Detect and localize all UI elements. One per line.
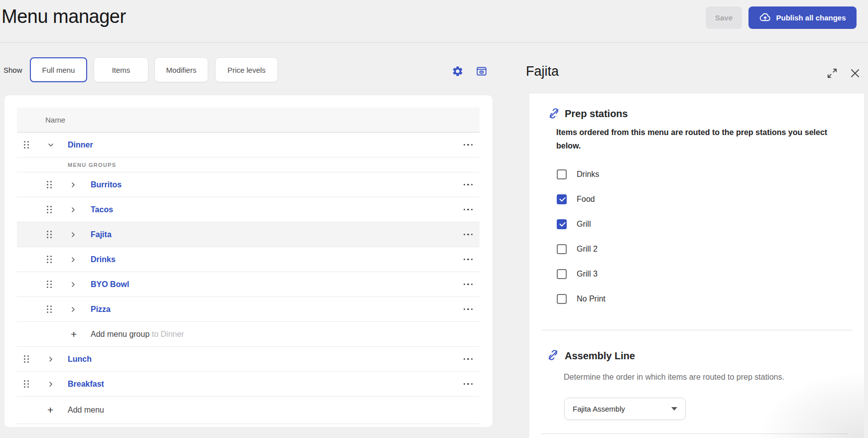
group-name-link[interactable]: Tacos: [91, 205, 113, 214]
cloud-upload-icon: [759, 11, 771, 24]
expand-panel-icon[interactable]: [826, 67, 839, 80]
prep-stations-heading: Prep stations: [565, 108, 628, 120]
row-overflow-menu-icon[interactable]: [462, 353, 474, 365]
unlink-icon: [547, 349, 559, 361]
menu-row-breakfast[interactable]: Breakfast: [17, 372, 480, 397]
show-filter-label: Show: [3, 57, 22, 82]
add-menu-group-row[interactable]: + Add menu group to Dinner: [17, 322, 480, 347]
chevron-right-icon[interactable]: [47, 380, 55, 388]
drag-handle-icon[interactable]: [47, 256, 52, 263]
prep-station-option-grill-2[interactable]: Grill 2: [557, 237, 598, 262]
prep-station-option-drinks[interactable]: Drinks: [557, 162, 599, 187]
checkbox-unchecked[interactable]: [557, 169, 567, 179]
filter-items[interactable]: Items: [94, 57, 148, 82]
menu-row-lunch[interactable]: Lunch: [17, 347, 480, 372]
menu-groups-section-row: MENU GROUPS: [17, 157, 480, 172]
prep-station-option-no-print[interactable]: No Print: [557, 287, 606, 311]
drag-handle-icon[interactable]: [47, 305, 52, 313]
settings-gear-icon[interactable]: [452, 65, 464, 77]
drag-handle-icon[interactable]: [47, 206, 52, 213]
page-title: Menu manager: [1, 6, 126, 27]
group-row-drinks[interactable]: Drinks: [17, 247, 480, 272]
close-panel-icon[interactable]: [849, 67, 862, 80]
corner-shade: [759, 373, 864, 438]
checkbox-checked[interactable]: [557, 219, 567, 229]
publish-all-changes-button[interactable]: Publish all changes: [748, 6, 857, 29]
checkbox-unchecked[interactable]: [557, 244, 567, 254]
menu-name-link[interactable]: Lunch: [68, 355, 92, 364]
prep-stations-description: Items ordered from this menu are routed …: [556, 126, 848, 152]
drag-handle-icon[interactable]: [47, 231, 52, 238]
chevron-right-icon[interactable]: [69, 256, 77, 264]
checkbox-unchecked[interactable]: [557, 294, 567, 304]
assembly-line-dropdown[interactable]: Fajita Assembly: [564, 398, 686, 420]
row-overflow-menu-icon[interactable]: [462, 254, 474, 266]
detail-panel: Prep stations Items ordered from this me…: [529, 94, 864, 438]
caret-down-icon: [671, 407, 677, 411]
add-menu-group-suffix: to Dinner: [152, 330, 184, 338]
chevron-right-icon[interactable]: [69, 231, 77, 239]
drag-handle-icon[interactable]: [24, 355, 29, 363]
group-row-byo-bowl[interactable]: BYO Bowl: [17, 272, 480, 297]
menu-name-link[interactable]: Breakfast: [68, 380, 104, 389]
row-overflow-menu-icon[interactable]: [462, 229, 474, 241]
drag-handle-icon[interactable]: [47, 281, 52, 288]
group-name-link[interactable]: Drinks: [91, 255, 116, 264]
prep-station-option-grill[interactable]: Grill: [557, 212, 591, 237]
section-divider: [541, 434, 848, 434]
row-overflow-menu-icon[interactable]: [462, 378, 474, 390]
group-name-link[interactable]: Fajita: [91, 230, 112, 239]
row-overflow-menu-icon[interactable]: [462, 279, 474, 291]
dropdown-selected-value: Fajita Assembly: [573, 405, 625, 413]
chevron-right-icon[interactable]: [69, 206, 77, 214]
add-menu-button[interactable]: Add menu: [68, 406, 104, 415]
add-menu-group-button[interactable]: Add menu group to Dinner: [91, 330, 184, 339]
menu-name-link[interactable]: Dinner: [68, 141, 93, 149]
menu-table: Name Dinner MENU GROUPS B: [17, 108, 480, 424]
chevron-right-icon[interactable]: [47, 355, 55, 363]
checkbox-checked[interactable]: [557, 194, 567, 204]
plus-icon: +: [71, 328, 77, 340]
row-overflow-menu-icon[interactable]: [462, 303, 474, 315]
group-row-fajita[interactable]: Fajita: [17, 222, 480, 247]
detail-panel-title: Fajita: [526, 64, 559, 79]
menu-tree-card: Name Dinner MENU GROUPS B: [4, 95, 493, 428]
menu-preview-icon[interactable]: [476, 65, 488, 77]
filter-full-menu[interactable]: Full menu: [30, 57, 87, 82]
checkbox-unchecked[interactable]: [557, 269, 567, 279]
table-header: Name: [17, 108, 480, 133]
chevron-right-icon[interactable]: [69, 281, 77, 289]
section-divider: [541, 330, 853, 330]
filter-price-levels[interactable]: Price levels: [215, 57, 278, 82]
name-column-header: Name: [45, 116, 65, 124]
filter-modifiers[interactable]: Modifiers: [154, 57, 208, 82]
add-menu-row[interactable]: + Add menu: [17, 397, 480, 424]
menu-row-dinner[interactable]: Dinner: [17, 133, 480, 157]
unlink-icon: [548, 107, 560, 120]
menu-manager-app: Menu manager Save Publish all changes Sh…: [0, 0, 868, 438]
group-name-link[interactable]: BYO Bowl: [91, 280, 129, 289]
prep-station-option-grill-3[interactable]: Grill 3: [557, 262, 598, 287]
chevron-right-icon[interactable]: [69, 181, 77, 189]
drag-handle-icon[interactable]: [24, 141, 29, 148]
chevron-right-icon[interactable]: [69, 305, 77, 313]
assembly-line-heading: Assembly Line: [565, 350, 635, 362]
plus-icon: +: [47, 404, 53, 416]
group-name-link[interactable]: Pizza: [91, 305, 111, 314]
assembly-line-description: Determine the order in which items are r…: [564, 373, 784, 382]
chevron-down-icon[interactable]: [47, 141, 55, 149]
prep-station-option-food[interactable]: Food: [557, 187, 595, 212]
group-name-link[interactable]: Burritos: [91, 180, 122, 189]
row-overflow-menu-icon[interactable]: [462, 179, 474, 191]
drag-handle-icon[interactable]: [47, 181, 52, 188]
group-row-tacos[interactable]: Tacos: [17, 197, 480, 222]
menu-groups-section-label: MENU GROUPS: [68, 162, 116, 168]
save-button[interactable]: Save: [706, 6, 742, 29]
drag-handle-icon[interactable]: [24, 380, 29, 388]
top-header: Menu manager Save Publish all changes: [0, 0, 868, 43]
group-row-burritos[interactable]: Burritos: [17, 172, 480, 197]
row-overflow-menu-icon[interactable]: [462, 204, 474, 216]
group-row-pizza[interactable]: Pizza: [17, 297, 480, 322]
row-overflow-menu-icon[interactable]: [462, 139, 474, 151]
